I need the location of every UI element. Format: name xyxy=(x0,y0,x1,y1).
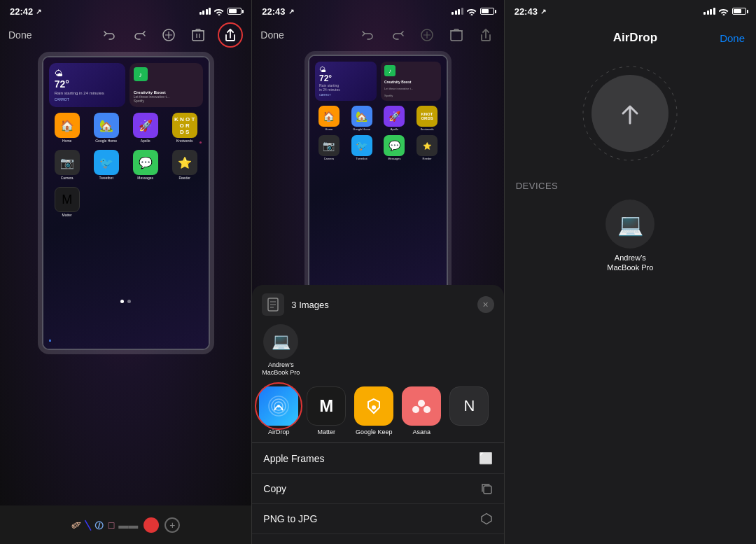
asana-label: Asana xyxy=(413,428,431,435)
svg-rect-3 xyxy=(451,31,462,41)
panel-2: 22:43 ↗ Done xyxy=(252,0,504,544)
page-dot-2 xyxy=(127,300,131,303)
asana-icon xyxy=(402,386,441,426)
app-google-home: 🏡 Google Home xyxy=(88,113,125,143)
battery-icon xyxy=(227,8,241,15)
app-home: 🏠 Home xyxy=(49,113,85,143)
shareapp-matter[interactable]: M Matter xyxy=(307,386,346,435)
markup-button[interactable] xyxy=(159,25,178,45)
svg-point-10 xyxy=(418,400,425,407)
airdrop-done-button[interactable]: Done xyxy=(720,32,745,44)
n-app-icon: N xyxy=(449,386,489,426)
sharesheet-header: 3 Images ✕ xyxy=(252,285,503,321)
markup-button-2[interactable] xyxy=(417,25,437,45)
redo-button[interactable] xyxy=(130,25,149,45)
status-icons-3 xyxy=(704,8,746,15)
record-button[interactable] xyxy=(144,517,159,533)
svg-rect-1 xyxy=(192,31,204,41)
matter-icon: M xyxy=(307,386,346,426)
wifi-icon-2 xyxy=(467,8,477,15)
app-knotwords: K N O T O R D S Knotwords xyxy=(167,113,203,143)
device-label: Andrew'sMacBook Pro xyxy=(262,361,300,377)
panel-1: 22:42 ↗ Done xyxy=(0,0,252,544)
eraser-tool[interactable]: □ xyxy=(108,519,114,531)
png-to-jpg-action[interactable]: PNG to JPG xyxy=(252,504,503,534)
svg-point-9 xyxy=(372,405,376,410)
airdrop-device-item[interactable]: 💻 Andrew'sMacBook Pro xyxy=(262,324,300,377)
device-item-macbook[interactable]: 💻 Andrew'sMacBook Pro xyxy=(516,200,745,273)
airdrop-device-row: 💻 Andrew'sMacBook Pro xyxy=(252,321,503,382)
done-button-2[interactable]: Done xyxy=(260,29,284,41)
copy-label: Copy xyxy=(263,483,286,494)
phone-screenshot-1: 🌤 72° Rain starting in 24 minutes CARROT… xyxy=(42,56,210,350)
shareapp-google-keep[interactable]: Google Keep xyxy=(354,386,393,435)
apple-frames-icon: ⬜ xyxy=(479,452,493,465)
png-to-jpg-icon xyxy=(480,512,493,525)
status-icons-1 xyxy=(200,8,242,15)
status-bar-2: 22:43 ↗ xyxy=(252,0,503,21)
toolbar-2: Done xyxy=(252,21,503,49)
ruler-tool[interactable]: ▬▬ xyxy=(118,519,138,531)
signal-icon-2 xyxy=(451,8,463,15)
svg-point-12 xyxy=(424,406,430,413)
share-button-2[interactable] xyxy=(476,25,496,45)
share-button[interactable] xyxy=(218,22,243,48)
weather-widget: 🌤 72° Rain starting in 24 minutes CARROT xyxy=(49,63,125,107)
status-icons-2 xyxy=(451,8,494,15)
copy-action[interactable]: Copy xyxy=(252,474,503,504)
share-sheet: 3 Images ✕ 💻 Andrew'sMacBook Pro xyxy=(252,285,503,544)
devices-section: Devices 💻 Andrew'sMacBook Pro xyxy=(505,169,756,279)
shareapp-airdrop[interactable]: AirDrop xyxy=(259,386,298,435)
status-bar-1: 22:42 ↗ xyxy=(0,0,251,21)
google-keep-icon xyxy=(354,386,393,426)
airdrop-title: AirDrop xyxy=(551,31,720,45)
done-button-1[interactable]: Done xyxy=(8,29,31,41)
shareapp-asana[interactable]: Asana xyxy=(402,386,441,435)
app-camera: 📷 Camera xyxy=(49,150,85,180)
matter-label: Matter xyxy=(318,428,336,435)
undo-button[interactable] xyxy=(100,25,120,45)
add-tool-button[interactable]: + xyxy=(164,517,180,533)
redo-button-2[interactable] xyxy=(388,25,407,45)
status-time-2: 22:43 ↗ xyxy=(262,6,293,17)
images-count: 3 Images xyxy=(291,300,470,310)
app-matter: M Matter xyxy=(49,187,85,217)
svg-rect-13 xyxy=(484,486,491,494)
shareapp-n[interactable]: N xyxy=(449,386,489,435)
airdrop-red-ring xyxy=(255,382,302,430)
devices-heading: Devices xyxy=(516,181,745,191)
svg-point-14 xyxy=(583,67,677,160)
signal-icon xyxy=(200,8,211,15)
svg-point-11 xyxy=(412,406,419,413)
panel-3: 22:43 ↗ AirDrop Done xyxy=(505,0,756,544)
macbook-name: Andrew'sMacBook Pro xyxy=(607,253,653,273)
battery-icon-3 xyxy=(732,8,746,15)
sharesheet-apps-row: AirDrop M Matter Google Keep xyxy=(252,382,503,440)
macbook-icon: 💻 xyxy=(606,200,654,249)
drawing-toolbar: ✏ | ⊘ □ ▬▬ + xyxy=(0,505,251,544)
screenshot-area-1: 🌤 72° Rain starting in 24 minutes CARROT… xyxy=(0,49,251,357)
page-dot-1 xyxy=(120,300,124,303)
undo-button-2[interactable] xyxy=(358,25,378,45)
status-time-3: 22:43 ↗ xyxy=(514,6,546,17)
signal-icon-3 xyxy=(704,8,715,15)
delete-button-2[interactable] xyxy=(447,25,466,45)
battery-icon-2 xyxy=(480,8,494,15)
png-to-jpg-label: PNG to JPG xyxy=(263,513,317,524)
google-keep-label: Google Keep xyxy=(356,428,393,435)
wifi-icon xyxy=(214,8,224,15)
sharesheet-close-button[interactable]: ✕ xyxy=(477,296,494,313)
app-apollo: 🚀 Apollo xyxy=(127,113,164,143)
sharesheet-actions: Apple Frames ⬜ Copy PNG to JPG xyxy=(252,442,503,534)
music-widget: ♪ Creativity Boost Let these innovative … xyxy=(130,63,203,107)
copy-icon xyxy=(480,482,493,495)
toolbar-1: Done xyxy=(0,21,251,49)
brush-tool[interactable]: ⊘ xyxy=(90,515,107,534)
delete-button[interactable] xyxy=(188,25,208,45)
wifi-icon-3 xyxy=(719,8,729,15)
status-bar-3: 22:43 ↗ xyxy=(505,0,756,21)
airdrop-header: AirDrop Done xyxy=(505,21,756,50)
file-icon xyxy=(262,293,284,316)
device-icon: 💻 xyxy=(263,324,298,359)
apple-frames-action[interactable]: Apple Frames ⬜ xyxy=(252,443,503,474)
